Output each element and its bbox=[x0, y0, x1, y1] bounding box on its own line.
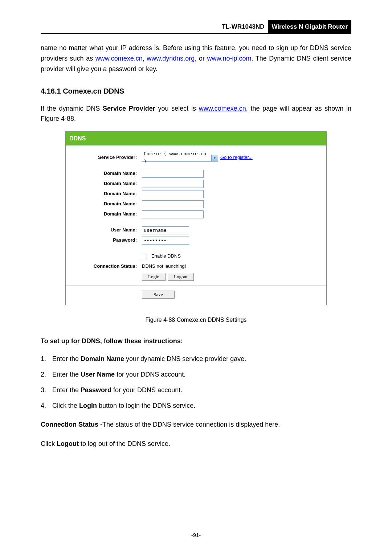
instructions-list: 1. Enter the Domain Name your dynamic DN… bbox=[41, 354, 351, 411]
item-num: 1. bbox=[41, 354, 52, 364]
domain-input-2[interactable] bbox=[142, 180, 204, 188]
logout-bold: Logout bbox=[57, 440, 79, 447]
intro-sep-1: , bbox=[143, 55, 147, 62]
username-input[interactable] bbox=[142, 226, 189, 234]
label-password: Password: bbox=[69, 237, 142, 244]
logout-pre: Click bbox=[41, 440, 57, 447]
logout-button[interactable]: Logout bbox=[168, 273, 194, 281]
ddns-figure: DDNS Service Provider: Comexe ( www.come… bbox=[65, 131, 327, 305]
sec-bold-1: Service Provider bbox=[103, 105, 155, 112]
section-paragraph: If the dynamic DNS Service Provider you … bbox=[41, 103, 351, 124]
domain-input-5[interactable] bbox=[142, 210, 204, 218]
label-conn-status: Connection Status: bbox=[69, 263, 142, 270]
link-comexe[interactable]: www.comexe.cn bbox=[95, 55, 143, 62]
item-num: 2. bbox=[41, 369, 52, 380]
conn-status-bold: Connection Status - bbox=[41, 421, 102, 428]
connection-status-desc: Connection Status -The status of the DDN… bbox=[41, 419, 351, 430]
save-button[interactable]: Save bbox=[142, 291, 175, 299]
enable-ddns-checkbox[interactable] bbox=[142, 254, 147, 259]
list-item: 1. Enter the Domain Name your dynamic DN… bbox=[41, 354, 351, 364]
label-domain-4: Domain Name: bbox=[69, 200, 142, 208]
sec-text-2: you select is bbox=[155, 105, 199, 112]
header-model: TL-WR1043ND bbox=[218, 20, 268, 33]
sec-text-1: If the dynamic DNS bbox=[41, 105, 103, 112]
item-num: 4. bbox=[41, 401, 52, 411]
page-number: -91- bbox=[0, 531, 392, 539]
list-item: 3. Enter the Password for your DDNS acco… bbox=[41, 385, 351, 395]
label-domain-5: Domain Name: bbox=[69, 210, 142, 218]
logout-desc: Click Logout to log out of the DDNS serv… bbox=[41, 439, 351, 449]
conn-status-text: The status of the DDNS service connectio… bbox=[102, 421, 280, 428]
domain-input-3[interactable] bbox=[142, 190, 204, 198]
label-domain-3: Domain Name: bbox=[69, 190, 142, 198]
list-item: 4. Click the Login button to login the D… bbox=[41, 401, 351, 411]
login-button[interactable]: Login bbox=[142, 273, 166, 281]
label-domain-1: Domain Name: bbox=[69, 170, 142, 177]
service-provider-select[interactable]: Comexe ( www.comexe.cn ) ▼ bbox=[142, 154, 218, 162]
label-domain-2: Domain Name: bbox=[69, 180, 142, 188]
logout-post: to log out of the DDNS service. bbox=[79, 440, 170, 447]
link-dyndns[interactable]: www.dyndns.org bbox=[147, 55, 195, 62]
intro-sep-2: , or bbox=[195, 55, 207, 62]
enable-ddns-label: Enable DDNS bbox=[151, 253, 181, 260]
figure-caption: Figure 4-88 Comexe.cn DDNS Settings bbox=[41, 315, 351, 325]
doc-header: TL-WR1043ND Wireless N Gigabit Router bbox=[41, 20, 351, 34]
conn-status-value: DDNS not launching! bbox=[142, 263, 186, 270]
label-service-provider: Service Provider: bbox=[69, 154, 142, 161]
chevron-down-icon: ▼ bbox=[211, 155, 218, 161]
label-username: User Name: bbox=[69, 226, 142, 234]
section-heading: 4.16.1 Comexe.cn DDNS bbox=[41, 85, 351, 97]
item-num: 3. bbox=[41, 385, 52, 395]
domain-input-4[interactable] bbox=[142, 200, 204, 208]
link-noip[interactable]: www.no-ip.com bbox=[207, 55, 251, 62]
figure-title: DDNS bbox=[66, 132, 326, 145]
sec-link[interactable]: www.comexe.cn bbox=[199, 105, 246, 112]
header-product: Wireless N Gigabit Router bbox=[268, 20, 351, 33]
intro-paragraph: name no matter what your IP address is. … bbox=[41, 43, 351, 74]
list-item: 2. Enter the User Name for your DDNS acc… bbox=[41, 369, 351, 380]
domain-input-1[interactable] bbox=[142, 170, 204, 178]
password-input[interactable] bbox=[142, 237, 189, 245]
register-link[interactable]: Go to register... bbox=[220, 154, 253, 161]
instructions-heading: To set up for DDNS, follow these instruc… bbox=[41, 336, 351, 346]
select-value: Comexe ( www.comexe.cn ) bbox=[144, 150, 211, 165]
